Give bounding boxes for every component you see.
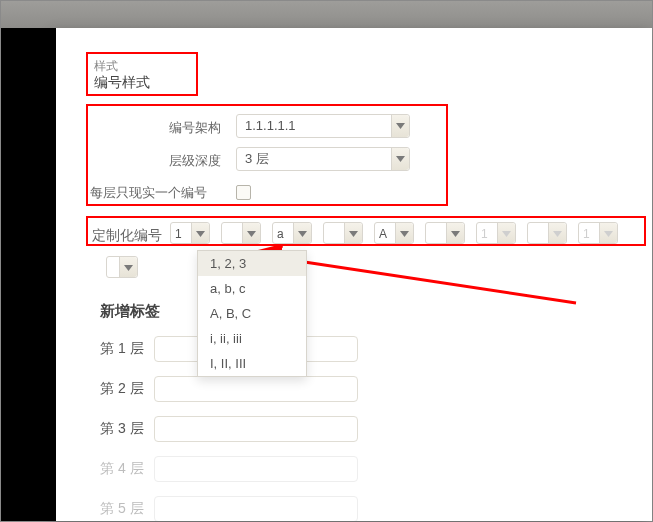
depth-select[interactable]: 3 层 [236,147,410,171]
chevron-down-icon [599,223,617,243]
chevron-down-icon [446,223,464,243]
custom-slot-value [430,223,444,243]
single-label: 每层只现实一个编号 [90,184,207,202]
dropdown-option[interactable]: I, II, III [198,351,306,376]
custom-slot-value [532,223,546,243]
level-input [154,456,358,482]
level-label: 第 2 层 [100,380,144,398]
chevron-down-icon [497,223,515,243]
dropdown-option[interactable]: i, ii, iii [198,326,306,351]
numbering-style-dropdown[interactable]: 1, 2, 3a, b, cA, B, Ci, ii, iiiI, II, II… [197,250,307,377]
custom-slot-6[interactable] [425,222,465,244]
settings-sheet: 样式 编号样式 编号架构 1.1.1.1.1 层级深度 3 层 每层只现实一个编… [56,28,652,521]
arch-select[interactable]: 1.1.1.1.1 [236,114,410,138]
custom-slot-1[interactable]: 1 [170,222,210,244]
dropdown-option[interactable]: a, b, c [198,276,306,301]
chevron-down-icon [191,223,209,243]
single-checkbox[interactable] [236,185,251,200]
frame: 样式 编号样式 编号架构 1.1.1.1.1 层级深度 3 层 每层只现实一个编… [0,0,653,522]
custom-slot-value [328,223,342,243]
custom-slot-8[interactable] [527,222,567,244]
custom-extra-select[interactable] [106,256,138,278]
chevron-down-icon [395,223,413,243]
chevron-down-icon [391,148,409,170]
custom-slot-value [226,223,240,243]
custom-slot-5[interactable]: A [374,222,414,244]
arch-label: 编号架构 [169,119,221,137]
custom-slot-2[interactable] [221,222,261,244]
svg-line-0 [278,258,576,303]
chevron-down-icon [344,223,362,243]
page-title: 编号样式 [94,74,150,92]
level-label: 第 4 层 [100,460,144,478]
window-top-strip [1,1,652,28]
custom-slot-value: 1 [481,223,495,243]
custom-slot-4[interactable] [323,222,363,244]
depth-label: 层级深度 [169,152,221,170]
category-label: 样式 [94,58,118,75]
dropdown-option[interactable]: 1, 2, 3 [198,251,306,276]
level-input[interactable] [154,376,358,402]
custom-slot-3[interactable]: a [272,222,312,244]
arch-select-value: 1.1.1.1.1 [245,115,389,137]
custom-slot-value: 1 [583,223,597,243]
custom-slot-7[interactable]: 1 [476,222,516,244]
custom-slot-value: a [277,223,291,243]
custom-slot-value: 1 [175,223,189,243]
chevron-down-icon [548,223,566,243]
chevron-down-icon [391,115,409,137]
custom-slot-value: A [379,223,393,243]
level-label: 第 3 层 [100,420,144,438]
custom-label: 定制化编号 [92,227,162,245]
chevron-down-icon [119,257,137,277]
dark-side-panel [1,28,56,521]
depth-select-value: 3 层 [245,148,389,170]
level-input [154,496,358,521]
chevron-down-icon [242,223,260,243]
tags-section-title: 新增标签 [100,302,160,321]
custom-slot-9[interactable]: 1 [578,222,618,244]
dropdown-option[interactable]: A, B, C [198,301,306,326]
level-label: 第 1 层 [100,340,144,358]
level-input[interactable] [154,416,358,442]
chevron-down-icon [293,223,311,243]
level-label: 第 5 层 [100,500,144,518]
